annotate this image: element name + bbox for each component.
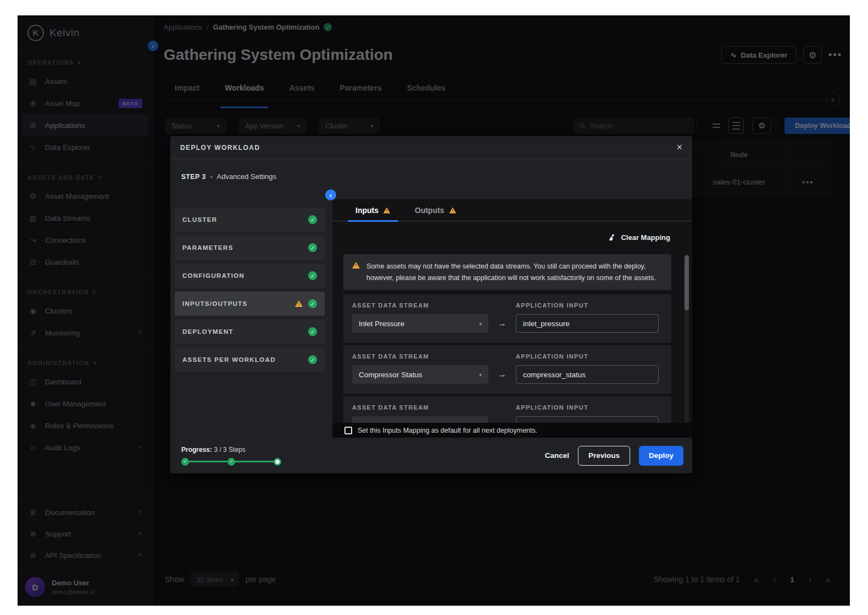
mapping-row: ASSET DATA STREAM Compressor Status ▾ → … xyxy=(343,345,671,394)
step-parameters[interactable]: PARAMETERS xyxy=(175,236,325,260)
tab-outputs[interactable]: Outputs xyxy=(415,199,457,221)
step-current-icon xyxy=(274,458,281,466)
progress-track xyxy=(181,458,281,466)
caret-down-icon: ▾ xyxy=(479,372,482,378)
step-deployment[interactable]: DEPLOYMENT xyxy=(175,320,325,344)
arrow-right-icon: → xyxy=(498,370,507,379)
check-icon xyxy=(308,271,317,280)
clear-mapping-button[interactable]: Clear Mapping xyxy=(609,233,670,242)
io-tabs: Inputs Outputs xyxy=(332,199,692,221)
modal-title: DEPLOY WORKLOAD xyxy=(180,144,260,152)
warning-text: Some assets may not have the selected da… xyxy=(366,261,663,283)
inputs-outputs-panel: Inputs Outputs Clear Mapping xyxy=(332,199,692,438)
step-complete-icon xyxy=(181,458,189,466)
step-cluster[interactable]: CLUSTER xyxy=(175,208,325,232)
step-complete-icon xyxy=(227,458,235,466)
modal-header: DEPLOY WORKLOAD × xyxy=(170,136,692,159)
step-configuration[interactable]: CONFIGURATION xyxy=(175,264,325,288)
asset-data-stream-select[interactable]: Inlet Pressure ▾ xyxy=(352,314,488,333)
collapse-steps-button[interactable]: ‹ xyxy=(325,189,336,200)
default-mapping-checkbox[interactable] xyxy=(344,427,352,434)
default-mapping-row: Set this Inputs Mapping as default for a… xyxy=(332,423,692,438)
warning-icon xyxy=(449,207,456,213)
check-icon xyxy=(308,299,317,308)
step-indicator: STEP 3 • Advanced Settings xyxy=(170,159,692,188)
mapping-row: ASSET DATA STREAM Inlet Pressure ▾ → APP… xyxy=(343,294,671,343)
cancel-button[interactable]: Cancel xyxy=(545,451,569,460)
close-icon: × xyxy=(676,142,682,153)
asset-data-stream-select[interactable]: Compressor Status ▾ xyxy=(352,365,488,384)
scrollbar-thumb[interactable] xyxy=(685,255,689,310)
tab-inputs[interactable]: Inputs xyxy=(355,199,391,221)
caret-down-icon: ▾ xyxy=(479,321,482,327)
mapping-scroll-area: Some assets may not have the selected da… xyxy=(343,254,671,423)
warning-icon xyxy=(295,300,303,307)
asset-data-stream-select[interactable]: Choke Position SP ▾ xyxy=(352,416,488,423)
chevron-left-icon: ‹ xyxy=(330,191,332,199)
warning-icon xyxy=(352,262,360,269)
arrow-right-icon: → xyxy=(498,318,507,328)
deploy-button[interactable]: Deploy xyxy=(639,446,683,466)
application-input-field[interactable] xyxy=(516,416,659,423)
clear-mapping-row: Clear Mapping xyxy=(332,221,692,253)
close-button[interactable]: × xyxy=(676,142,682,153)
mapping-row: ASSET DATA STREAM Choke Position SP ▾ → … xyxy=(343,396,671,423)
check-icon xyxy=(308,327,317,336)
broom-icon xyxy=(609,233,616,241)
step-inputs-outputs[interactable]: INPUTS/OUTPUTS xyxy=(175,292,325,316)
modal-footer: Progress: 3 / 3 Steps Cancel Previous De… xyxy=(170,438,692,473)
step-assets-per-workload[interactable]: ASSETS PER WORKLOAD xyxy=(175,348,325,372)
modal-steps-list: CLUSTER PARAMETERS CONFIGURATION INPUTS/… xyxy=(175,208,325,376)
default-mapping-label: Set this Inputs Mapping as default for a… xyxy=(358,427,537,434)
deploy-workload-modal: DEPLOY WORKLOAD × STEP 3 • Advanced Sett… xyxy=(170,136,692,473)
progress-indicator: Progress: 3 / 3 Steps xyxy=(181,446,281,466)
warning-icon xyxy=(383,207,391,213)
application-input-field[interactable] xyxy=(516,314,659,333)
application-input-field[interactable] xyxy=(516,365,659,384)
previous-button[interactable]: Previous xyxy=(578,446,630,466)
warning-banner: Some assets may not have the selected da… xyxy=(343,254,671,290)
check-icon xyxy=(308,215,317,224)
check-icon xyxy=(308,355,317,364)
app-window: K Kelvin OPERATIONS ∨ ▤ Assets ⊕ Asset M… xyxy=(18,15,850,606)
scrollbar-track[interactable] xyxy=(685,254,689,423)
check-icon xyxy=(308,243,317,252)
